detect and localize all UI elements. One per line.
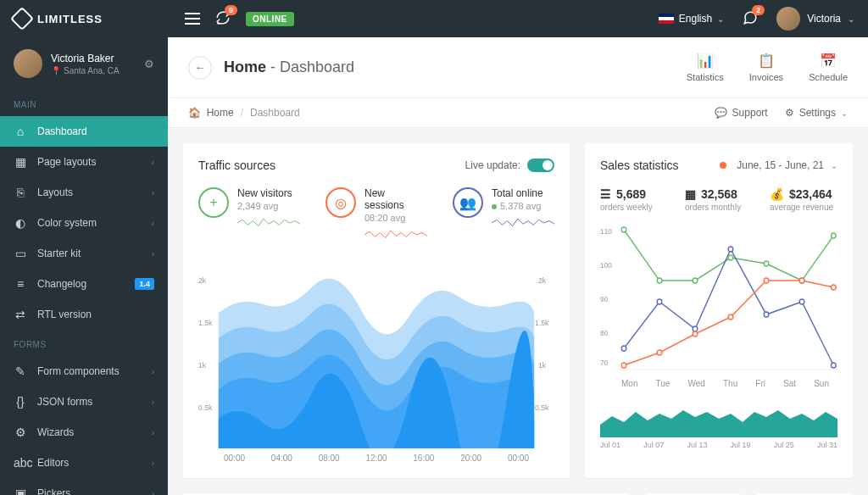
sidebar-user-name: Victoria Baker — [51, 53, 136, 64]
svg-point-33 — [799, 278, 804, 283]
breadcrumb-home[interactable]: Home — [207, 107, 234, 119]
page-action-statistics[interactable]: 📊Statistics — [687, 53, 724, 82]
home-icon: 🏠 — [188, 107, 201, 119]
nav-icon: ⇄ — [14, 308, 27, 321]
svg-point-24 — [728, 247, 733, 252]
sales-x-axis: MonTueWedThuFriSatSun — [600, 379, 837, 388]
svg-text:1.5k: 1.5k — [535, 319, 549, 327]
sidebar-item-page-layouts[interactable]: ▦Page layouts› — [0, 147, 168, 177]
traffic-metric-1: ◎New sessions08:20 avg — [326, 187, 427, 257]
svg-point-28 — [621, 363, 626, 368]
svg-point-29 — [657, 350, 662, 355]
gear-icon[interactable]: ⚙ — [144, 58, 154, 70]
menu-toggle-icon[interactable] — [185, 13, 200, 25]
nav-icon: ◐ — [14, 216, 27, 230]
stat-icon: 💰 — [770, 187, 784, 201]
sidebar-item-form-components[interactable]: ✎Form components› — [0, 356, 168, 387]
sidebar-item-color-system[interactable]: ◐Color system› — [0, 208, 168, 238]
live-update-toggle[interactable] — [527, 159, 554, 172]
user-menu[interactable]: Victoria ⌄ — [776, 7, 854, 31]
svg-text:2k: 2k — [538, 276, 547, 285]
sales-statistics-card: Sales statistics June, 15 - June, 21 ⌄ ☰… — [585, 143, 853, 478]
nav-icon: ▣ — [14, 487, 27, 495]
sidebar-item-changelog[interactable]: ≡Changelog1.4 — [0, 269, 168, 299]
svg-point-23 — [693, 326, 698, 331]
nav-icon: ⎘ — [14, 186, 27, 199]
nav-icon: {} — [14, 395, 27, 409]
stat-icon: ▦ — [685, 187, 696, 201]
online-badge: ONLINE — [246, 12, 294, 26]
svg-point-21 — [621, 346, 626, 351]
sidebar-item-wizards[interactable]: ⚙Wizards› — [0, 417, 168, 448]
sales-stat-1: ▦32,568orders monthly — [685, 187, 753, 212]
support-link[interactable]: 💬Support — [715, 107, 768, 119]
traffic-title: Traffic sources — [198, 159, 275, 172]
traffic-metric-0: +New visitors2,349 avg — [198, 187, 300, 257]
svg-text:0.5k: 0.5k — [198, 403, 213, 412]
breadcrumb-bar: 🏠 Home / Dashboard 💬Support ⚙Settings⌄ — [168, 98, 868, 128]
svg-point-15 — [657, 278, 662, 283]
nav-icon: ▦ — [14, 155, 27, 169]
nav-icon: ⚙ — [14, 425, 27, 439]
date-range-picker[interactable]: June, 15 - June, 21 ⌄ — [720, 159, 837, 171]
sales-stat-2: 💰$23,464average revenue — [770, 187, 837, 212]
svg-text:2k: 2k — [198, 276, 207, 285]
chevron-down-icon: ⌄ — [717, 14, 724, 24]
svg-point-18 — [764, 261, 769, 266]
sales-line-chart: 110 100 90 80 70 — [600, 225, 837, 374]
sidebar-item-layouts[interactable]: ⎘Layouts› — [0, 177, 168, 208]
sidebar-user-location: 📍Santa Ana, CA — [51, 66, 136, 75]
action-icon: 📋 — [749, 53, 783, 69]
sidebar-item-dashboard[interactable]: ⌂Dashboard — [0, 116, 168, 147]
chat-button[interactable]: 2 — [743, 10, 758, 28]
brand-text: LIMITLESS — [37, 13, 103, 25]
svg-point-25 — [764, 312, 769, 317]
svg-point-14 — [621, 227, 626, 232]
sync-button[interactable]: 9 — [215, 10, 231, 28]
traffic-x-axis: 00:0004:0008:0012:0016:0020:0000:00 — [198, 453, 554, 463]
sidebar-item-json-forms[interactable]: {}JSON forms› — [0, 387, 168, 417]
nav-icon: ▭ — [14, 247, 27, 260]
svg-text:110: 110 — [600, 227, 612, 236]
sidebar-item-rtl-version[interactable]: ⇄RTL version — [0, 299, 168, 330]
sales-mini-area — [600, 403, 837, 437]
action-icon: 📊 — [687, 53, 724, 69]
topbar: LIMITLESS 9 ONLINE English ⌄ 2 Victoria … — [0, 0, 868, 37]
live-update-label: Live update: — [465, 159, 520, 171]
metric-icon: + — [198, 187, 229, 218]
page-action-schedule[interactable]: 📅Schedule — [809, 53, 848, 82]
page-action-invoices[interactable]: 📋Invoices — [749, 53, 783, 82]
settings-dropdown[interactable]: ⚙Settings⌄ — [785, 107, 848, 119]
page-header: ← Home - Dashboard 📊Statistics📋Invoices📅… — [168, 37, 868, 98]
svg-point-16 — [693, 278, 698, 283]
traffic-metric-2: 👥Total online5,378 avg — [453, 187, 554, 257]
svg-text:90: 90 — [600, 295, 608, 303]
svg-point-20 — [832, 233, 837, 238]
nav-header-forms: FORMS — [0, 330, 168, 356]
sidebar-item-starter-kit[interactable]: ▭Starter kit› — [0, 238, 168, 269]
chat-badge: 2 — [752, 5, 765, 15]
location-icon: 📍 — [51, 66, 61, 75]
svg-point-30 — [693, 331, 698, 336]
sidebar-item-pickers[interactable]: ▣Pickers› — [0, 478, 168, 495]
main-content: ← Home - Dashboard 📊Statistics📋Invoices📅… — [168, 37, 868, 495]
svg-text:0.5k: 0.5k — [535, 403, 549, 412]
topbar-left: 9 ONLINE — [185, 10, 294, 28]
traffic-sources-card: Traffic sources Live update: +New visito… — [183, 143, 570, 478]
gear-icon: ⚙ — [785, 107, 794, 119]
svg-point-34 — [832, 285, 837, 290]
svg-point-26 — [799, 299, 804, 304]
sidebar-item-editors[interactable]: abcEditors› — [0, 448, 168, 478]
nav-icon: ≡ — [14, 277, 27, 291]
nav-icon: ⌂ — [14, 125, 27, 138]
sidebar: Victoria Baker 📍Santa Ana, CA ⚙ MAIN ⌂Da… — [0, 37, 168, 495]
brand-logo[interactable]: LIMITLESS — [14, 10, 168, 27]
topbar-right: English ⌄ 2 Victoria ⌄ — [659, 7, 854, 31]
svg-text:1.5k: 1.5k — [198, 319, 213, 327]
svg-text:1k: 1k — [538, 361, 547, 370]
avatar — [14, 49, 42, 78]
svg-text:1k: 1k — [198, 361, 207, 370]
language-selector[interactable]: English ⌄ — [659, 13, 724, 25]
back-button[interactable]: ← — [188, 56, 212, 80]
nav-header-main: MAIN — [0, 90, 168, 116]
